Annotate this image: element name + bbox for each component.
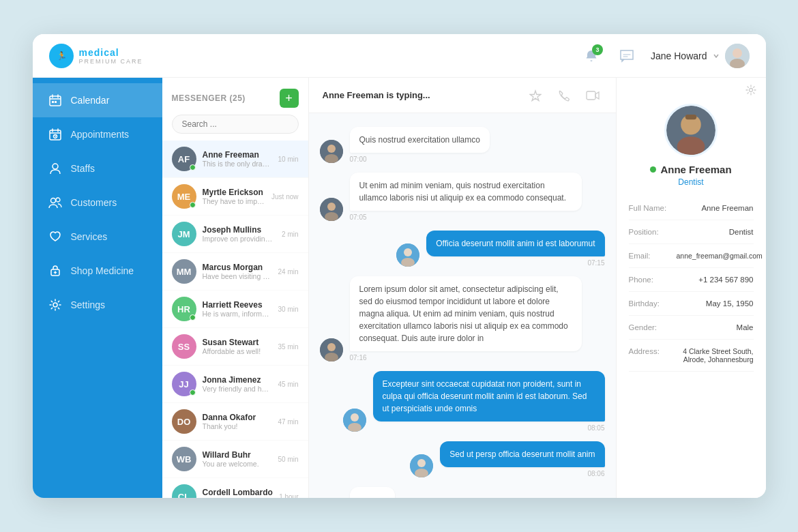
sidebar-label-services: Services xyxy=(71,231,108,242)
contact-name: Danna Okafor xyxy=(203,413,272,422)
phone-button[interactable] xyxy=(555,86,574,105)
message-content: • • • 10:02 xyxy=(350,487,396,498)
contact-item-danna-okafor[interactable]: DO Danna Okafor Thank you! 47 min xyxy=(162,403,308,441)
calendar-icon xyxy=(48,93,63,108)
profile-online-name: Anne Freeman xyxy=(650,164,731,175)
user-menu[interactable]: Jane Howard xyxy=(651,44,750,68)
profile-full-name-row: Full Name: Anne Freeman xyxy=(629,196,754,220)
contact-avatar: MM xyxy=(172,259,196,284)
profile-settings-button[interactable] xyxy=(745,85,756,98)
birthday-value: May 15, 1950 xyxy=(677,299,754,308)
contact-avatar: SS xyxy=(172,334,196,359)
logo-icon: 🏃 xyxy=(49,44,74,68)
chat-icon-button[interactable] xyxy=(615,44,638,68)
message-content: Sed ut persp officia deserunt mollit ani… xyxy=(440,441,604,477)
contact-preview: I appreciate there hospitality... xyxy=(203,497,274,498)
contact-time: 35 min xyxy=(278,343,298,351)
video-button[interactable] xyxy=(583,86,602,105)
main-content: Calendar Appointments Staffs Customers xyxy=(33,78,766,498)
message-content: Quis nostrud exercitation ullamco 07:00 xyxy=(350,127,490,163)
chat-header-actions xyxy=(526,86,602,105)
contact-avatar-wrap: MM xyxy=(172,259,196,284)
message-avatar xyxy=(320,338,343,361)
star-button[interactable] xyxy=(526,86,545,105)
message-time: 07:16 xyxy=(350,354,582,361)
contact-time: 1 hour xyxy=(279,493,298,499)
sidebar-item-services[interactable]: Services xyxy=(33,220,162,254)
svg-point-26 xyxy=(327,343,336,351)
contact-item-anne-freeman[interactable]: AF Anne Freeman This is the only drawbac… xyxy=(162,141,308,178)
notification-badge: 3 xyxy=(592,44,603,55)
message-time: 07:05 xyxy=(350,213,582,221)
contact-item-cordell-lombardo[interactable]: CL Cordell Lombardo I appreciate there h… xyxy=(162,478,308,498)
full-name-label: Full Name: xyxy=(629,204,671,212)
svg-text:🏃: 🏃 xyxy=(56,50,66,61)
contact-item-willard-buhr[interactable]: WB Willard Buhr You are welcome. 50 min xyxy=(162,441,308,478)
svg-point-17 xyxy=(327,145,336,153)
sidebar-item-customers[interactable]: Customers xyxy=(33,186,162,220)
contact-preview: Have been visiting him since 8yrs. xyxy=(203,272,272,280)
contact-name: Joseph Mullins xyxy=(203,225,276,235)
contact-item-susan-stewart[interactable]: SS Susan Stewart Affordable as well! 35 … xyxy=(162,328,308,366)
message-bubble: Excepteur sint occaecat cupidatat non pr… xyxy=(373,371,605,422)
profile-address-row: Address: 4 Clarke Street South, Alrode, … xyxy=(629,340,754,372)
typing-indicator: • • • xyxy=(350,487,396,498)
profile-position-row: Position: Dentist xyxy=(629,220,754,244)
contact-avatar-wrap: AF xyxy=(172,147,196,171)
online-indicator xyxy=(190,202,196,208)
messages-list: Quis nostrud exercitation ullamco 07:00 … xyxy=(309,113,616,498)
contact-avatar: CL xyxy=(172,484,196,498)
contact-item-joseph-mullins[interactable]: JM Joseph Mullins Improve on providing p… xyxy=(162,216,308,253)
profile-phone-row: Phone: +1 234 567 890 xyxy=(629,268,754,292)
online-status-dot xyxy=(650,166,656,173)
email-label: Email: xyxy=(629,252,671,260)
settings-icon xyxy=(48,297,63,312)
sidebar-item-calendar[interactable]: Calendar xyxy=(33,83,162,117)
logo-text: medical PREMIUM CARE xyxy=(79,47,143,65)
sidebar-item-appointments[interactable]: Appointments xyxy=(33,117,162,151)
message-avatar xyxy=(410,454,433,477)
contact-preview: They have to improve on time mana... xyxy=(203,197,266,205)
message-time: 08:06 xyxy=(440,470,604,477)
address-label: Address: xyxy=(629,347,671,355)
svg-point-29 xyxy=(351,413,359,422)
services-icon xyxy=(48,229,63,244)
messenger-header: MESSENGER (25) + xyxy=(162,78,308,115)
typing-dots: • • • xyxy=(359,496,386,498)
message-bubble: Lorem ipsum dolor sit amet, consectetur … xyxy=(350,276,582,351)
new-message-button[interactable]: + xyxy=(280,89,299,108)
email-value: anne_freeman@gmail.com xyxy=(677,252,763,260)
sidebar-label-staffs: Staffs xyxy=(71,163,95,174)
contact-info: Myrtle Erickson They have to improve on … xyxy=(203,188,266,205)
contact-item-marcus-morgan[interactable]: MM Marcus Morgan Have been visiting him … xyxy=(162,253,308,291)
contact-preview: Affordable as well! xyxy=(203,347,272,355)
contact-avatar-wrap: JM xyxy=(172,222,196,246)
svg-point-14 xyxy=(53,303,57,307)
contact-avatar-wrap: JJ xyxy=(172,372,196,396)
contact-item-harriett-reeves[interactable]: HR Harriett Reeves He is warm, informati… xyxy=(162,291,308,328)
address-value: 4 Clarke Street South, Alrode, Johannesb… xyxy=(677,347,754,364)
contact-avatar: JM xyxy=(172,222,196,246)
svg-point-11 xyxy=(50,198,55,203)
contact-preview: This is the only drawback. Otherwise... xyxy=(203,160,272,168)
chat-typing-status: Anne Freeman is typing... xyxy=(323,90,430,100)
notification-button[interactable]: 3 xyxy=(580,44,603,68)
profile-role: Dentist xyxy=(678,177,703,187)
contact-info: Marcus Morgan Have been visiting him sin… xyxy=(203,263,272,280)
message-content: Lorem ipsum dolor sit amet, consectetur … xyxy=(350,276,582,361)
contact-item-myrtle-erickson[interactable]: ME Myrtle Erickson They have to improve … xyxy=(162,178,308,216)
sidebar-item-staffs[interactable]: Staffs xyxy=(33,151,162,186)
profile-details: Full Name: Anne Freeman Position: Dentis… xyxy=(617,196,766,372)
sidebar-label-calendar: Calendar xyxy=(71,95,110,106)
online-indicator xyxy=(190,314,196,321)
svg-point-32 xyxy=(417,459,426,467)
sidebar-item-settings[interactable]: Settings xyxy=(33,288,162,322)
user-name-label: Jane Howard xyxy=(651,50,707,61)
message-row-typing: • • • 10:02 xyxy=(320,487,605,498)
birthday-label: Birthday: xyxy=(629,299,671,308)
message-avatar xyxy=(320,198,343,221)
search-input[interactable] xyxy=(172,115,299,134)
contact-item-jonna-jimenez[interactable]: JJ Jonna Jimenez Very friendly and helpf… xyxy=(162,366,308,403)
sidebar-item-shop-medicine[interactable]: Shop Medicine xyxy=(33,254,162,288)
svg-point-23 xyxy=(404,248,412,256)
